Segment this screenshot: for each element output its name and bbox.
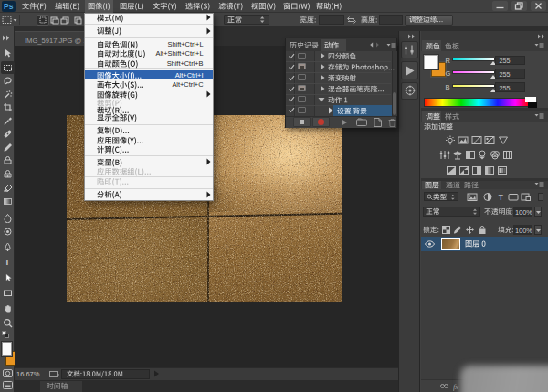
svg-text:T: T: [498, 193, 503, 202]
svg-text:fx: fx: [453, 382, 458, 391]
